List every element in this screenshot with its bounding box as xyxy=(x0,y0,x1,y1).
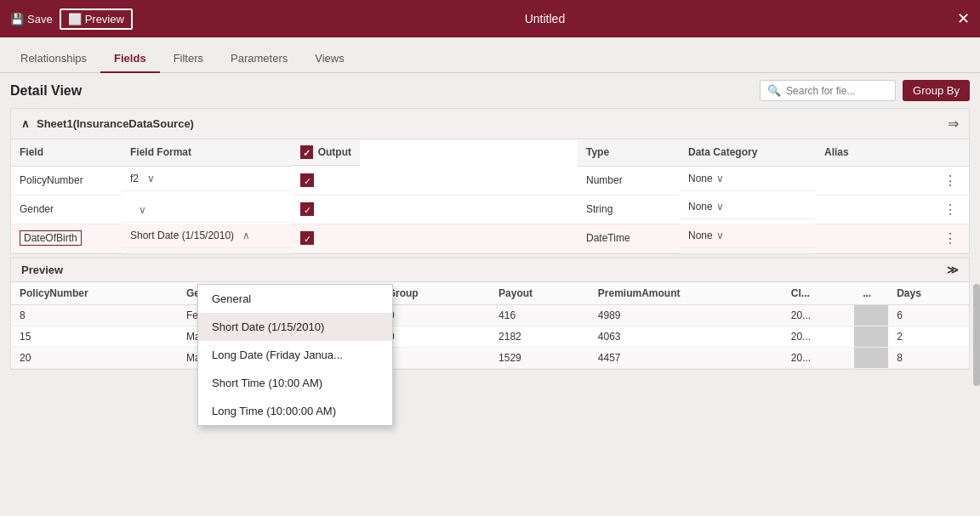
output-header-checkbox[interactable]: ✓ xyxy=(300,145,313,159)
field-name-cell: Gender xyxy=(11,195,122,224)
tab-filters[interactable]: Filters xyxy=(160,45,217,73)
preview-cell: 20... xyxy=(783,347,854,368)
field-alias-cell xyxy=(816,195,935,224)
preview-icon: ⬜ xyxy=(68,13,82,26)
dropdown-item-long-time[interactable]: Long Time (10:00:00 AM) xyxy=(198,397,392,425)
tab-views[interactable]: Views xyxy=(301,45,357,73)
field-format-cell: f2 ∨ xyxy=(122,167,292,191)
preview-header-row: PolicyNumber Gende... Age AgeGroup Payou… xyxy=(11,282,969,305)
preview-cell: 20... xyxy=(783,304,854,326)
field-more-cell: ⋮ xyxy=(935,195,969,224)
preview-cell: 1529 xyxy=(490,347,590,368)
preview-col-header: PremiumAmount xyxy=(590,282,783,305)
export-icon[interactable]: ⇒ xyxy=(948,116,959,132)
output-checkbox[interactable]: ✓ xyxy=(300,173,314,187)
col-header-alias: Alias xyxy=(816,139,935,166)
dropdown-item-general[interactable]: General xyxy=(198,285,392,313)
format-dropdown-arrow[interactable]: ∨ xyxy=(139,204,146,216)
output-checkbox[interactable]: ✓ xyxy=(300,202,314,216)
title-bar: 💾 Save ⬜ Preview Untitled ✕ xyxy=(0,0,980,37)
format-dropdown-menu: General Short Date (1/15/2010) Long Date… xyxy=(197,284,393,426)
col-header-more xyxy=(935,139,969,166)
preview-cell: 6 xyxy=(888,304,969,326)
category-dropdown-arrow[interactable]: ∨ xyxy=(716,230,724,241)
preview-col-header: PolicyNumber xyxy=(11,282,178,305)
preview-table: PolicyNumber Gende... Age AgeGroup Payou… xyxy=(11,282,969,369)
field-alias-cell xyxy=(816,166,935,195)
preview-cell: 2182 xyxy=(490,326,590,347)
format-dropdown-arrow-open[interactable]: ∧ xyxy=(242,230,250,241)
preview-section: Preview ≫ PolicyNumber Gende... Age AgeG… xyxy=(10,258,970,370)
collapse-icon[interactable]: ∧ xyxy=(21,117,30,130)
preview-col-header: Payout xyxy=(490,282,590,305)
preview-cell: 2 xyxy=(888,326,969,347)
field-type-cell: String xyxy=(578,195,680,224)
field-type-cell: Number xyxy=(578,166,680,195)
search-input[interactable] xyxy=(786,85,888,97)
tab-parameters[interactable]: Parameters xyxy=(217,45,301,73)
more-options-icon[interactable]: ⋮ xyxy=(943,173,957,188)
field-more-cell: ⋮ xyxy=(935,166,969,195)
close-button[interactable]: ✕ xyxy=(957,9,970,28)
field-format-cell: Short Date (1/15/2010) ∧ xyxy=(122,224,292,248)
preview-header: Preview ≫ xyxy=(11,258,969,282)
col-header-category: Data Category xyxy=(680,139,816,166)
save-button[interactable]: 💾 Save xyxy=(10,13,53,26)
group-by-button[interactable]: Group By xyxy=(903,80,970,101)
preview-cell xyxy=(854,326,888,347)
format-dropdown-arrow[interactable]: ∨ xyxy=(147,173,155,184)
field-type-cell: DateTime xyxy=(578,224,680,252)
field-category-cell: None ∨ xyxy=(680,224,816,248)
preview-col-header: ... xyxy=(854,282,888,305)
preview-cell: 4989 xyxy=(590,304,783,326)
main-content: Detail View 🔍 Group By ∧ Sheet1(Insuranc… xyxy=(0,73,980,377)
detail-view-title: Detail View xyxy=(10,83,82,99)
field-category-cell: None ∨ xyxy=(680,195,816,219)
preview-row: 15 Male 36 31-40 2182 4063 20... 2 xyxy=(11,326,969,347)
category-dropdown-arrow[interactable]: ∨ xyxy=(716,173,724,184)
table-row: Gender ∨ ✓ String None ∨ xyxy=(11,195,969,224)
dropdown-item-short-time[interactable]: Short Time (10:00 AM) xyxy=(198,369,392,397)
preview-cell: 8 xyxy=(888,347,969,368)
tab-fields[interactable]: Fields xyxy=(100,45,160,73)
field-alias-cell xyxy=(816,224,935,252)
category-dropdown-arrow[interactable]: ∨ xyxy=(716,201,724,213)
preview-cell: 4457 xyxy=(590,347,783,368)
scrollbar-thumb[interactable] xyxy=(973,284,980,386)
field-category-cell: None ∨ xyxy=(680,167,816,191)
dropdown-item-short-date[interactable]: Short Date (1/15/2010) xyxy=(198,313,392,341)
preview-cell: 4063 xyxy=(590,326,783,347)
more-options-icon[interactable]: ⋮ xyxy=(943,202,957,217)
table-row: PolicyNumber f2 ∨ ✓ Number None ∨ xyxy=(11,166,969,195)
col-header-output: ✓ Output xyxy=(292,139,360,166)
tabs-bar: Relationships Fields Filters Parameters … xyxy=(0,37,980,73)
field-more-cell: ⋮ xyxy=(935,224,969,252)
search-icon: 🔍 xyxy=(767,84,781,97)
field-output-cell: ✓ xyxy=(292,195,578,224)
preview-cell: 20 xyxy=(11,347,178,368)
toolbar-right: 🔍 Group By xyxy=(760,80,970,101)
detail-header: Detail View 🔍 Group By xyxy=(10,80,970,101)
preview-cell: 416 xyxy=(490,304,590,326)
toolbar-left: 💾 Save ⬜ Preview xyxy=(10,9,133,30)
close-icon: ✕ xyxy=(957,10,970,27)
col-header-field: Field xyxy=(11,139,122,166)
output-checkbox[interactable]: ✓ xyxy=(300,231,314,245)
more-options-icon[interactable]: ⋮ xyxy=(943,231,957,246)
preview-cell xyxy=(854,347,888,368)
expand-icon[interactable]: ≫ xyxy=(947,264,959,276)
dropdown-item-long-date[interactable]: Long Date (Friday Janua... xyxy=(198,341,392,369)
tab-relationships[interactable]: Relationships xyxy=(7,45,100,73)
preview-button[interactable]: ⬜ Preview xyxy=(60,9,133,30)
save-label: Save xyxy=(27,13,53,26)
search-box[interactable]: 🔍 xyxy=(760,80,896,101)
preview-label: Preview xyxy=(85,13,124,26)
sheet-header: ∧ Sheet1(InsuranceDataSource) ⇒ xyxy=(11,109,969,139)
field-name-highlighted: DateOfBirth xyxy=(20,230,82,246)
preview-col-header: Days xyxy=(888,282,969,305)
table-header-row: Field Field Format ✓ Output Type Data Ca… xyxy=(11,139,969,166)
field-output-cell: ✓ xyxy=(292,224,578,252)
field-output-cell: ✓ xyxy=(292,166,578,195)
preview-row: 20 Male 61 >60 1529 4457 20... 8 xyxy=(11,347,969,368)
preview-cell xyxy=(854,304,888,326)
